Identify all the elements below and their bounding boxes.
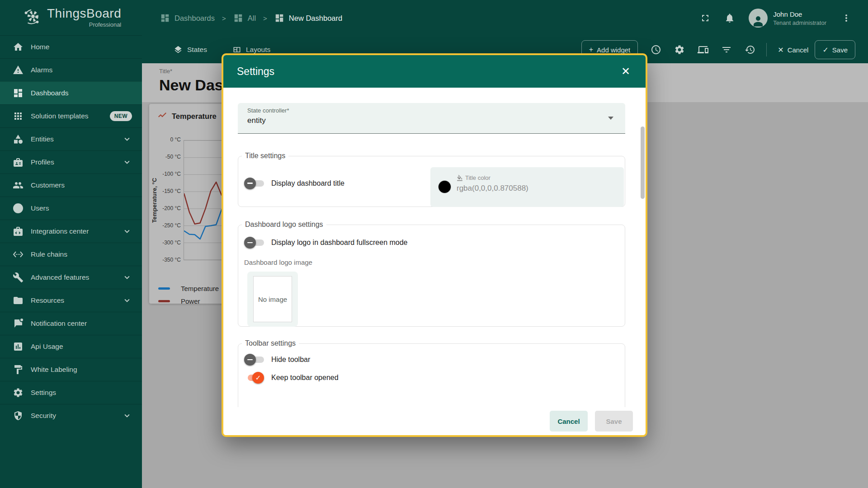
keep-toolbar-opened-toggle[interactable]: ✓ (244, 372, 265, 384)
logo-image-dropzone[interactable]: No image (247, 272, 298, 327)
brand-logo[interactable]: ThingsBoard Professional (0, 0, 142, 35)
title-color-label: Title color (457, 174, 491, 181)
dashboard-logo-image-label: Dashboard logo image (244, 258, 625, 266)
sidebar-item-home[interactable]: Home (0, 35, 142, 58)
title-color-value: rgba(0,0,0,0.870588) (457, 184, 528, 193)
settings-dialog-body: State controller* entity Title settings … (223, 88, 646, 407)
version-history-button[interactable] (738, 40, 762, 60)
title-color-field[interactable]: Title color rgba(0,0,0,0.870588) (430, 167, 624, 207)
dashboard-icon (274, 13, 284, 23)
entities-icon (13, 134, 24, 145)
brand-name: ThingsBoard (47, 7, 121, 20)
sidebar-item-users[interactable]: Users (0, 197, 142, 220)
timewindow-button[interactable] (644, 40, 668, 60)
toolbar-settings-legend: Toolbar settings (242, 339, 299, 347)
dashboards-icon (13, 88, 24, 99)
hide-toolbar-row: Hide toolbar (238, 354, 625, 366)
sidebar-item-settings[interactable]: Settings (0, 381, 142, 404)
save-dashboard-button[interactable]: ✓ Save (815, 40, 855, 59)
devices-icon (698, 44, 708, 55)
user-info[interactable]: John Doe Tenant administrator (773, 10, 826, 26)
breadcrumb-separator: > (263, 14, 267, 22)
notifications-button[interactable] (721, 9, 739, 27)
no-image-placeholder: No image (253, 276, 292, 322)
chevron-down-icon (122, 226, 132, 236)
toolbar-settings-section: Toolbar settings Hide toolbar ✓ Keep too… (238, 339, 625, 407)
tab-states[interactable]: States (174, 45, 207, 54)
manage-layouts-button[interactable] (691, 40, 715, 60)
notification-flag-icon (13, 318, 24, 329)
cancel-edit-button[interactable]: ✕ Cancel (771, 40, 815, 59)
close-icon: ✕ (621, 65, 630, 78)
sidebar-item-api-usage[interactable]: Api Usage (0, 335, 142, 358)
sidebar-nav: Home Alarms Dashboards Solution template… (0, 35, 142, 427)
chevron-down-icon (122, 134, 132, 144)
sidebar-item-dashboards[interactable]: Dashboards (0, 81, 142, 104)
more-menu-button[interactable] (837, 9, 855, 27)
sidebar-item-entities[interactable]: Entities (0, 127, 142, 150)
state-controller-label: State controller* (247, 107, 625, 114)
dialog-cancel-button[interactable]: Cancel (550, 411, 588, 432)
entity-filter-button[interactable] (715, 40, 738, 60)
users-icon (13, 203, 24, 214)
more-vert-icon (841, 13, 852, 23)
sidebar-item-notification-center[interactable]: Notification center (0, 312, 142, 335)
display-dashboard-title-toggle[interactable] (244, 178, 265, 189)
dialog-title: Settings (237, 66, 274, 78)
user-role: Tenant administrator (773, 19, 826, 26)
title-color-swatch[interactable] (439, 181, 451, 193)
check-icon: ✓ (822, 46, 828, 54)
sidebar-item-resources[interactable]: Resources (0, 289, 142, 312)
display-logo-fullscreen-toggle[interactable] (244, 237, 265, 249)
chevron-down-icon (122, 411, 132, 421)
dashboard-logo-settings-section: Dashboard logo settings Display logo in … (238, 221, 625, 327)
history-icon (745, 44, 755, 55)
toggle-off-dash-icon (247, 359, 253, 361)
user-name: John Doe (773, 10, 826, 18)
dialog-save-button[interactable]: Save (595, 411, 633, 432)
tab-layouts[interactable]: Layouts (232, 45, 270, 54)
sidebar-item-security[interactable]: Security (0, 404, 142, 427)
state-controller-select[interactable]: State controller* entity (238, 103, 625, 134)
layout-icon (232, 45, 241, 54)
sidebar-item-rule-chains[interactable]: Rule chains (0, 243, 142, 266)
breadcrumb-new-dashboard[interactable]: New Dashboard (274, 13, 342, 23)
plus-icon: + (589, 46, 593, 54)
dialog-scrollbar[interactable] (641, 127, 645, 199)
sidebar-item-alarms[interactable]: Alarms (0, 58, 142, 81)
user-avatar[interactable] (749, 9, 768, 28)
hide-toolbar-toggle[interactable] (244, 354, 265, 366)
breadcrumb-all[interactable]: All (233, 13, 256, 23)
title-settings-legend: Title settings (242, 152, 288, 160)
dashboard-settings-button[interactable] (668, 40, 691, 60)
sidebar-item-solution-templates[interactable]: Solution templates NEW (0, 104, 142, 127)
resources-icon (13, 295, 24, 306)
profiles-icon (13, 157, 24, 168)
sidebar: ThingsBoard Professional Home Alarms Das… (0, 0, 142, 488)
fullscreen-button[interactable] (696, 9, 714, 27)
sidebar-item-customers[interactable]: Customers (0, 174, 142, 197)
toggle-off-dash-icon (247, 183, 253, 184)
brand-subtitle: Professional (47, 21, 121, 28)
sidebar-item-white-labeling[interactable]: White Labeling (0, 358, 142, 381)
dialog-close-button[interactable]: ✕ (618, 63, 634, 80)
breadcrumb-dashboards[interactable]: Dashboards (160, 13, 215, 23)
thingsboard-logo-icon (22, 7, 42, 28)
dashboard-icon (233, 13, 243, 23)
settings-dialog: Settings ✕ State controller* entity Titl… (222, 53, 647, 437)
layers-icon (174, 45, 183, 54)
clock-icon (651, 44, 661, 55)
api-usage-icon (13, 341, 24, 352)
sidebar-item-profiles[interactable]: Profiles (0, 150, 142, 174)
sidebar-item-advanced-features[interactable]: Advanced features (0, 266, 142, 289)
white-labeling-icon (13, 364, 24, 375)
chevron-down-icon (122, 157, 132, 167)
filter-icon (721, 44, 732, 55)
settings-gear-icon (13, 387, 24, 398)
gear-icon (674, 44, 685, 55)
sidebar-item-integrations-center[interactable]: Integrations center (0, 220, 142, 243)
logo-settings-legend: Dashboard logo settings (242, 221, 326, 229)
toggle-on-check-icon: ✓ (255, 374, 261, 382)
customers-icon (13, 180, 24, 191)
home-icon (13, 42, 24, 52)
